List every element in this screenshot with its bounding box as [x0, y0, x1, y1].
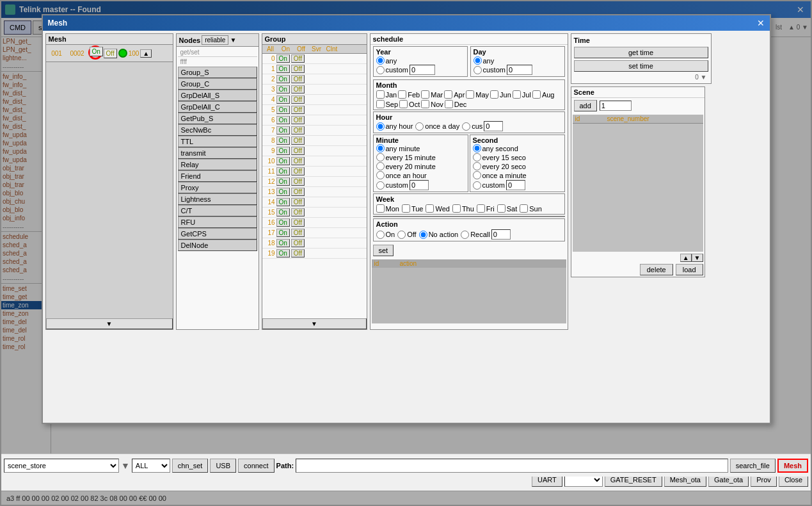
schedule-set-button[interactable]: set	[373, 245, 394, 256]
group-off-btn[interactable]: Off	[291, 177, 305, 186]
min-20-radio[interactable]	[376, 162, 385, 170]
node-btn-delnode[interactable]: DelNode	[178, 240, 257, 251]
week-fri-check[interactable]	[477, 204, 485, 213]
scene-delete-button[interactable]: delete	[640, 264, 673, 275]
sec-15-radio[interactable]	[473, 153, 481, 161]
month-mar-check[interactable]	[421, 90, 429, 99]
node-btn-getcps[interactable]: GetCPS	[178, 228, 257, 240]
node-btn-grpdelalls[interactable]: GrpDelAll_S	[178, 90, 257, 101]
node-btn-lightness[interactable]: Lightness	[178, 193, 257, 205]
year-custom-radio[interactable]	[376, 66, 385, 74]
node-btn-ttl[interactable]: TTL	[178, 136, 257, 147]
set-time-button[interactable]: set time	[574, 60, 708, 72]
month-sep-check[interactable]	[376, 100, 385, 108]
min-custom-radio[interactable]	[376, 181, 385, 190]
group-on-btn[interactable]: On	[276, 54, 290, 63]
sec-custom-radio[interactable]	[473, 181, 481, 190]
path-input[interactable]	[296, 459, 728, 473]
group-on-btn[interactable]: On	[276, 218, 290, 227]
all-dropdown[interactable]: ALL	[132, 459, 170, 473]
week-thu-check[interactable]	[452, 204, 461, 213]
group-on-btn[interactable]: On	[276, 95, 290, 104]
min-any-radio[interactable]	[376, 144, 385, 152]
node-btn-getpubs[interactable]: GetPub_S	[178, 113, 257, 124]
hour-cus-radio[interactable]	[462, 122, 470, 131]
week-sun-check[interactable]	[520, 204, 528, 213]
group-off-btn[interactable]: Off	[291, 85, 305, 94]
day-custom-input[interactable]	[507, 65, 532, 75]
chn-set-button[interactable]: chn_set	[172, 459, 209, 473]
modal-close-button[interactable]: ✕	[757, 18, 765, 28]
month-nov-check[interactable]	[421, 100, 429, 108]
node-btn-ct[interactable]: C/T	[178, 205, 257, 216]
scene-add-button[interactable]: add	[574, 100, 597, 111]
nodes-dropdown[interactable]: reliable	[202, 35, 228, 45]
month-aug-check[interactable]	[532, 90, 541, 99]
group-on-btn[interactable]: On	[276, 157, 290, 165]
group-off-btn[interactable]: Off	[291, 218, 305, 227]
group-off-btn[interactable]: Off	[291, 65, 305, 73]
week-wed-check[interactable]	[426, 204, 434, 213]
action-recall-radio[interactable]	[461, 231, 469, 239]
sec-any-radio[interactable]	[473, 144, 481, 152]
node-btn-proxy[interactable]: Proxy	[178, 182, 257, 193]
group-on-btn[interactable]: On	[276, 188, 290, 196]
group-on-btn[interactable]: On	[276, 249, 290, 257]
day-custom-radio[interactable]	[474, 66, 482, 74]
year-any-radio[interactable]	[376, 56, 385, 65]
hour-once-radio[interactable]	[415, 122, 424, 131]
min-15-radio[interactable]	[376, 153, 385, 161]
group-off-btn[interactable]: Off	[291, 136, 305, 145]
connect-button[interactable]: connect	[238, 459, 275, 473]
group-on-btn[interactable]: On	[276, 106, 290, 114]
scene-load-button[interactable]: load	[676, 264, 703, 275]
mesh-scroll-down[interactable]: ▼	[46, 318, 173, 329]
month-feb-check[interactable]	[398, 90, 406, 99]
min-once-radio[interactable]	[376, 171, 385, 179]
search-file-button[interactable]: search_file	[730, 459, 776, 473]
group-off-btn[interactable]: Off	[291, 198, 305, 206]
sec-custom-input[interactable]	[506, 180, 525, 190]
group-on-btn[interactable]: On	[276, 147, 290, 155]
month-may-check[interactable]	[466, 90, 474, 99]
week-mon-check[interactable]	[376, 204, 385, 213]
group-off-btn[interactable]: Off	[291, 75, 305, 83]
group-on-btn[interactable]: On	[276, 208, 290, 216]
group-scroll-down[interactable]: ▼	[262, 318, 367, 329]
group-on-btn[interactable]: On	[276, 239, 290, 247]
group-on-btn[interactable]: On	[276, 65, 290, 73]
group-off-btn[interactable]: Off	[291, 208, 305, 216]
group-on-btn[interactable]: On	[276, 229, 290, 237]
action-off-radio[interactable]	[397, 231, 406, 239]
scene-scroll-down[interactable]: ▼	[692, 254, 703, 262]
day-any-radio[interactable]	[474, 56, 482, 65]
mesh-off-button[interactable]: Off	[104, 49, 117, 58]
group-off-btn[interactable]: Off	[291, 239, 305, 247]
node-btn-groupc[interactable]: Group_C	[178, 78, 257, 90]
scene-scroll-up[interactable]: ▲	[680, 254, 692, 262]
node-btn-relay[interactable]: Relay	[178, 159, 257, 170]
node-btn-groups[interactable]: Group_S	[178, 67, 257, 78]
sec-once-radio[interactable]	[473, 171, 481, 179]
month-jul-check[interactable]	[513, 90, 521, 99]
month-jun-check[interactable]	[490, 90, 498, 99]
group-off-btn[interactable]: Off	[291, 95, 305, 104]
node-btn-secnwbc[interactable]: SecNwBc	[178, 124, 257, 136]
mesh-list[interactable]	[46, 62, 173, 318]
action-noaction-radio[interactable]	[419, 231, 427, 239]
group-off-btn[interactable]: Off	[291, 116, 305, 124]
week-tue-check[interactable]	[402, 204, 410, 213]
group-on-btn[interactable]: On	[276, 116, 290, 124]
bottom-dropdown[interactable]: scene_store	[4, 459, 119, 473]
group-off-btn[interactable]: Off	[291, 167, 305, 175]
group-off-btn[interactable]: Off	[291, 106, 305, 114]
sec-20-radio[interactable]	[473, 162, 481, 170]
group-off-btn[interactable]: Off	[291, 249, 305, 257]
month-dec-check[interactable]	[445, 100, 453, 108]
month-oct-check[interactable]	[399, 100, 408, 108]
year-custom-input[interactable]	[410, 65, 435, 75]
node-btn-grpdelallc[interactable]: GrpDelAll_C	[178, 101, 257, 113]
group-on-btn[interactable]: On	[276, 177, 290, 186]
group-off-btn[interactable]: Off	[291, 126, 305, 135]
group-off-btn[interactable]: Off	[291, 157, 305, 165]
